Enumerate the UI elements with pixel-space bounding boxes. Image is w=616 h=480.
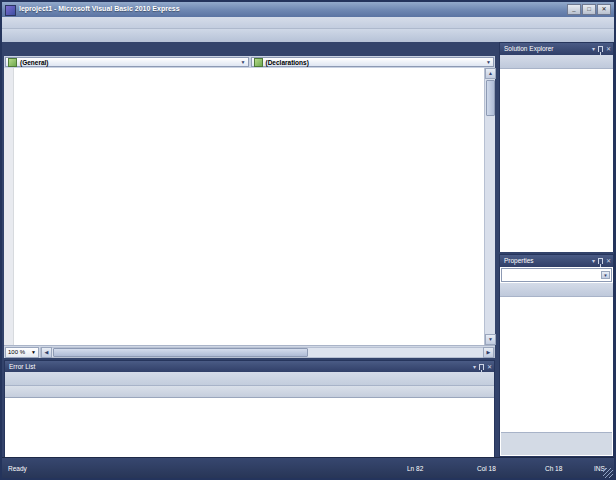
window-title: leproject1 - Microsoft Visual Basic 2010…: [19, 5, 180, 12]
close-icon[interactable]: ✕: [487, 364, 492, 370]
members-dropdown[interactable]: (Declarations) ▼: [251, 57, 495, 67]
main-toolbar: [2, 28, 614, 42]
error-list-panel: Error List ▾ ✕: [4, 360, 495, 457]
vb-scope-icon: [8, 58, 17, 67]
app-icon: [5, 5, 16, 16]
zoom-level: 100 %: [8, 349, 25, 355]
horizontal-scrollbar[interactable]: ◀ ▶: [40, 347, 495, 358]
horizontal-scroll-thumb[interactable]: [53, 348, 308, 357]
vertical-scrollbar[interactable]: ▲ ▼: [484, 68, 495, 345]
line-indicator: Ln 82: [407, 465, 423, 472]
vb-scope-icon: [254, 58, 263, 67]
resize-grip[interactable]: [603, 468, 613, 478]
chevron-down-icon: ▼: [601, 271, 610, 279]
pin-icon[interactable]: [598, 258, 603, 264]
scroll-right-icon[interactable]: ▶: [483, 347, 494, 358]
character-indicator: Ch 18: [545, 465, 562, 472]
editor-area: (General) ▼ (Declarations) ▼ ▲ ▼ 100 % ▼…: [4, 56, 495, 358]
chevron-down-icon: ▼: [486, 59, 491, 65]
error-list-title[interactable]: Error List ▾ ✕: [5, 361, 494, 372]
close-button[interactable]: ✕: [597, 4, 611, 15]
solution-tree: [500, 69, 613, 252]
column-indicator: Col 18: [477, 465, 496, 472]
status-bar: Ready Ln 82 Col 18 Ch 18 INS: [2, 457, 614, 479]
window-position-icon[interactable]: ▾: [592, 46, 595, 52]
window-position-icon[interactable]: ▾: [592, 258, 595, 264]
close-icon[interactable]: ✕: [606, 258, 611, 264]
editor-navigation-bar: (General) ▼ (Declarations) ▼: [4, 56, 495, 68]
title-bar[interactable]: leproject1 - Microsoft Visual Basic 2010…: [2, 2, 614, 18]
editor-bottom-strip: 100 % ▼ ◀ ▶: [4, 345, 495, 358]
scroll-left-icon[interactable]: ◀: [41, 347, 52, 358]
close-icon[interactable]: ✕: [606, 46, 611, 52]
vs-express-window: leproject1 - Microsoft Visual Basic 2010…: [0, 0, 616, 480]
solution-explorer-title[interactable]: Solution Explorer ▾ ✕: [500, 43, 613, 55]
solution-explorer-toolbar: [500, 55, 613, 69]
members-dropdown-value: (Declarations): [266, 59, 309, 66]
scroll-down-icon[interactable]: ▼: [485, 334, 496, 345]
properties-title[interactable]: Properties ▾ ✕: [500, 255, 613, 267]
zoom-dropdown[interactable]: 100 % ▼: [5, 347, 39, 358]
properties-grid[interactable]: [500, 297, 613, 433]
maximize-button[interactable]: □: [582, 4, 596, 15]
solution-explorer-panel: Solution Explorer ▾ ✕: [499, 42, 614, 252]
pin-icon[interactable]: [598, 46, 603, 52]
minimize-button[interactable]: _: [567, 4, 581, 15]
code-editor[interactable]: [4, 68, 484, 345]
status-message: Ready: [8, 465, 27, 472]
properties-object-dropdown[interactable]: ▼: [501, 268, 612, 282]
error-list-header: [5, 386, 494, 398]
properties-description-box: [501, 432, 612, 455]
menu-bar: [2, 17, 614, 28]
types-dropdown-value: (General): [20, 59, 49, 66]
error-list-grid: [5, 398, 494, 459]
properties-toolbar: [500, 283, 613, 297]
chevron-down-icon: ▼: [31, 349, 36, 355]
error-list-toolbar: [5, 372, 494, 386]
vertical-scroll-thumb[interactable]: [486, 80, 495, 116]
pin-icon[interactable]: [479, 364, 484, 370]
scroll-up-icon[interactable]: ▲: [485, 68, 496, 79]
properties-panel: Properties ▾ ✕ ▼: [499, 254, 614, 457]
types-dropdown[interactable]: (General) ▼: [5, 57, 249, 67]
window-position-icon[interactable]: ▾: [473, 364, 476, 370]
chevron-down-icon: ▼: [241, 59, 246, 65]
document-tab-strip: [4, 42, 495, 56]
